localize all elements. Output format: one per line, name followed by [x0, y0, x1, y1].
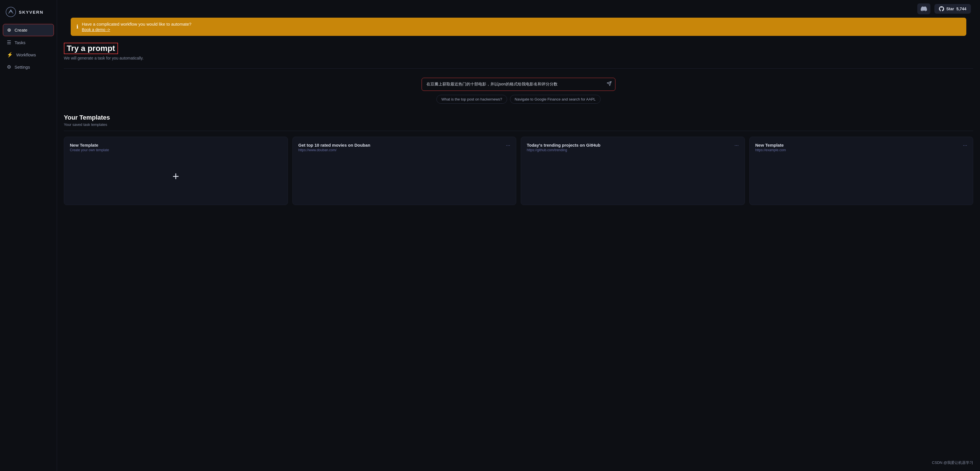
sidebar-item-settings[interactable]: ⚙ Settings: [3, 61, 54, 73]
discord-icon: [921, 6, 927, 12]
sidebar-logo: SKYVERN: [0, 5, 57, 24]
template-card-new-body: +: [70, 154, 282, 199]
watermark: CSDN @我爱让机器学习: [932, 460, 973, 465]
template-card-douban-url: https://www.douban.com/: [298, 148, 371, 152]
sidebar-item-create-label: Create: [14, 28, 27, 32]
banner-text: Have a complicated workflow you would li…: [82, 22, 191, 27]
sidebar: SKYVERN ⊕ Create ☰ Tasks ⚡ Workflows ⚙ S…: [0, 0, 57, 471]
star-label: Star: [947, 6, 954, 11]
prompt-divider: [64, 68, 973, 69]
template-card-example[interactable]: New Template https://example.com ···: [749, 137, 974, 205]
settings-icon: ⚙: [7, 64, 11, 70]
plus-icon: +: [172, 170, 179, 183]
prompt-section-subtitle: We will generate a task for you automati…: [64, 56, 973, 60]
sidebar-item-workflows-label: Workflows: [16, 52, 36, 57]
sidebar-item-settings-label: Settings: [14, 65, 30, 70]
template-card-douban-menu[interactable]: ···: [506, 143, 510, 148]
watermark-text: CSDN @我爱让机器学习: [932, 460, 973, 465]
prompt-suggestions: What is the top post on hackernews? Navi…: [436, 95, 600, 104]
template-card-new-subtitle: Create your own template: [70, 148, 109, 152]
template-card-github[interactable]: Today's trending projects on GitHub http…: [521, 137, 745, 205]
templates-grid: New Template Create your own template + …: [64, 137, 973, 205]
template-card-douban-header: Get top 10 rated movies on Douban https:…: [298, 143, 511, 152]
discord-button[interactable]: [917, 3, 931, 14]
github-star-button[interactable]: Star 5,744: [934, 4, 971, 14]
skyvern-logo-icon: [6, 7, 16, 17]
create-icon: ⊕: [7, 27, 11, 33]
send-icon: [606, 81, 612, 86]
prompt-input[interactable]: [422, 78, 615, 90]
template-card-douban[interactable]: Get top 10 rated movies on Douban https:…: [293, 137, 517, 205]
svg-point-0: [6, 7, 16, 17]
templates-divider: [64, 131, 973, 131]
suggestion-chip-0[interactable]: What is the top post on hackernews?: [436, 95, 507, 104]
templates-title: Your Templates: [64, 114, 973, 121]
prompt-container: What is the top post on hackernews? Navi…: [64, 78, 973, 104]
page-content: ℹ Have a complicated workflow you would …: [57, 17, 980, 471]
workflows-icon: ⚡: [7, 52, 13, 58]
sidebar-navigation: ⊕ Create ☰ Tasks ⚡ Workflows ⚙ Settings: [0, 24, 57, 73]
template-card-github-url: https://github.com/trending: [527, 148, 600, 152]
template-card-new[interactable]: New Template Create your own template +: [64, 137, 288, 205]
sidebar-item-create[interactable]: ⊕ Create: [3, 24, 54, 36]
template-card-douban-title: Get top 10 rated movies on Douban: [298, 143, 371, 147]
template-card-example-title: New Template: [756, 143, 786, 147]
template-card-github-menu[interactable]: ···: [734, 143, 738, 148]
prompt-submit-button[interactable]: [606, 81, 612, 88]
sidebar-item-workflows[interactable]: ⚡ Workflows: [3, 49, 54, 61]
tasks-icon: ☰: [7, 40, 11, 46]
logo-text: SKYVERN: [19, 10, 44, 14]
template-card-example-header: New Template https://example.com ···: [756, 143, 967, 152]
prompt-input-wrapper: [422, 78, 616, 91]
main-content: Star 5,744 ℹ Have a complicated workflow…: [57, 0, 980, 471]
template-card-example-url: https://example.com: [756, 148, 786, 152]
prompt-section-title: Try a prompt: [64, 43, 118, 54]
template-card-github-header: Today's trending projects on GitHub http…: [527, 143, 739, 152]
info-banner: ℹ Have a complicated workflow you would …: [71, 17, 966, 36]
github-icon: [939, 6, 944, 11]
info-icon: ℹ: [76, 24, 78, 30]
template-card-new-header: New Template Create your own template: [70, 143, 282, 152]
star-count: 5,744: [956, 6, 966, 11]
template-card-example-menu[interactable]: ···: [963, 143, 967, 148]
templates-section: Your Templates Your saved task templates…: [64, 114, 973, 205]
template-card-new-title: New Template: [70, 143, 109, 147]
suggestion-chip-1[interactable]: Navigate to Google Finance and search fo…: [510, 95, 601, 104]
banner-content: Have a complicated workflow you would li…: [82, 22, 191, 32]
banner-link[interactable]: Book a demo ->: [82, 27, 191, 32]
template-card-github-title: Today's trending projects on GitHub: [527, 143, 600, 147]
sidebar-item-tasks[interactable]: ☰ Tasks: [3, 37, 54, 48]
templates-subtitle: Your saved task templates: [64, 122, 973, 127]
sidebar-item-tasks-label: Tasks: [14, 40, 25, 45]
topbar: Star 5,744: [57, 0, 980, 17]
